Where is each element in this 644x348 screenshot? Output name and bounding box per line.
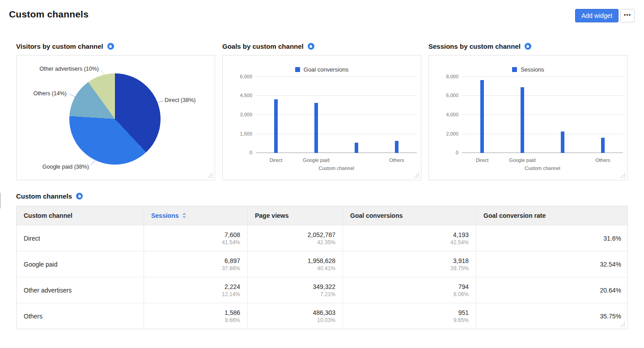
rate-cell: 32.54% — [476, 251, 628, 277]
table-title-text: Custom channels — [16, 192, 72, 200]
analytics-drop-icon[interactable] — [76, 193, 83, 199]
table-row: Google paid 6,89737.66% 1,958,62840.41% … — [17, 251, 627, 277]
goals-ytick: 6,000 — [225, 74, 252, 79]
channel-cell: Others — [17, 303, 144, 329]
legend-swatch-icon — [295, 67, 300, 72]
table-header-row: Custom channel Sessions Page views Goal … — [17, 206, 627, 225]
pie-widget-title-text: Visitors by custom channel — [16, 42, 103, 50]
channel-cell: Other advertisers — [17, 277, 144, 303]
resize-handle-icon[interactable] — [414, 173, 419, 178]
sessions-chart-widget: Sessions 8,000 6,000 4,000 2,000 0 Direc… — [428, 55, 628, 180]
sessions-bars — [462, 76, 623, 153]
bar-others[interactable] — [601, 138, 605, 153]
goals-x-axis-title: Custom channel — [256, 166, 417, 171]
sessions-cell: 6,89737.66% — [144, 251, 247, 277]
bar-direct[interactable] — [274, 99, 278, 153]
rate-cell: 31.6% — [476, 225, 628, 251]
ellipsis-icon: ••• — [624, 12, 631, 18]
column-header-sessions[interactable]: Sessions — [144, 206, 247, 225]
sessions-cell: 1,5868.66% — [144, 303, 247, 329]
sessions-x-axis-title: Custom channel — [462, 166, 623, 171]
analytics-drop-icon[interactable] — [107, 43, 114, 50]
sessions-cell: 7,60841.54% — [144, 225, 247, 251]
pageviews-cell: 1,958,62840.41% — [247, 251, 343, 277]
more-options-button[interactable]: ••• — [620, 9, 635, 22]
goals-widget-title: Goals by custom channel — [222, 42, 314, 50]
drop-glyph — [109, 44, 112, 48]
sessions-x-labels: Direct Google paid Others — [462, 157, 623, 163]
sessions-cell: 2,22412.14% — [144, 277, 247, 303]
goals-legend-label: Goal conversions — [304, 66, 348, 73]
sessions-ytick: 6,000 — [432, 93, 458, 98]
sessions-legend-label: Sessions — [521, 66, 544, 73]
column-header-goal-conversions[interactable]: Goal conversions — [343, 206, 476, 225]
sessions-ytick: 0 — [432, 150, 458, 155]
drop-glyph — [77, 194, 81, 198]
goals-legend[interactable]: Goal conversions — [223, 66, 421, 73]
pie-widget-title: Visitors by custom channel — [16, 42, 114, 50]
drop-glyph — [309, 44, 313, 48]
table-row: Others 1,5868.66% 486,30310.03% 9519.65%… — [17, 303, 627, 329]
conversions-cell: 7948.06% — [343, 277, 476, 303]
conversions-cell: 4,19342.54% — [343, 225, 476, 251]
left-edge-marker — [0, 193, 1, 208]
pageviews-cell: 486,30310.03% — [247, 303, 343, 329]
goals-ytick: 0 — [225, 150, 252, 155]
rate-cell: 20.64% — [476, 277, 628, 303]
column-header-page-views[interactable]: Page views — [247, 206, 343, 225]
bar-direct[interactable] — [480, 80, 484, 153]
dashboard-page: Custom channels Add widget ••• Visitors … — [0, 0, 644, 348]
goals-chart-widget: Goal conversions 6,000 4,500 3,000 1,500… — [222, 55, 421, 180]
goals-bars — [256, 76, 417, 153]
bar-other-advertisers[interactable] — [355, 143, 358, 153]
goals-ytick: 1,500 — [225, 131, 252, 136]
conversions-cell: 3,91839.75% — [343, 251, 476, 277]
goals-widget-title-text: Goals by custom channel — [222, 42, 304, 50]
analytics-drop-icon[interactable] — [308, 43, 314, 50]
pageviews-cell: 2,052,78742.35% — [247, 225, 343, 251]
goals-x-labels: Direct Google paid Others — [256, 157, 417, 163]
sort-icon — [182, 213, 186, 218]
goals-ytick: 3,000 — [225, 112, 252, 117]
bar-google-paid[interactable] — [314, 103, 318, 153]
column-header-custom-channel[interactable]: Custom channel — [17, 206, 144, 225]
analytics-drop-icon[interactable] — [525, 43, 531, 50]
custom-channels-table: Custom channel Sessions Page views Goal … — [16, 206, 628, 329]
resize-handle-icon[interactable] — [208, 173, 213, 178]
sessions-header-label: Sessions — [151, 212, 178, 219]
pageviews-cell: 349,3227.21% — [247, 277, 343, 303]
sessions-ytick: 2,000 — [432, 131, 458, 136]
pie-chart — [69, 73, 161, 165]
goals-ytick: 4,500 — [225, 93, 252, 98]
resize-handle-icon[interactable] — [620, 173, 626, 178]
bar-others[interactable] — [395, 141, 398, 153]
table-row: Direct 7,60841.54% 2,052,78742.35% 4,193… — [17, 225, 627, 251]
pie-label-other-advertisers: Other advertisers (10%) — [39, 66, 99, 72]
channel-cell: Google paid — [17, 251, 144, 277]
bar-other-advertisers[interactable] — [561, 132, 564, 153]
resize-handle-icon[interactable] — [620, 322, 625, 327]
legend-swatch-icon — [512, 67, 517, 72]
sessions-ytick: 8,000 — [432, 74, 458, 79]
conversions-cell: 9519.65% — [343, 303, 476, 329]
pie-label-others: Others (14%) — [34, 90, 67, 97]
page-title: Custom channels — [9, 9, 89, 20]
bar-google-paid[interactable] — [521, 87, 524, 153]
rate-cell: 35.75% — [476, 303, 628, 329]
drop-glyph — [526, 44, 530, 48]
sessions-legend[interactable]: Sessions — [429, 66, 627, 73]
column-header-goal-conversion-rate[interactable]: Goal conversion rate — [476, 206, 628, 225]
sessions-ytick: 4,000 — [432, 112, 458, 117]
table-row: Other advertisers 2,22412.14% 349,3227.2… — [17, 277, 627, 303]
channel-cell: Direct — [17, 225, 144, 251]
add-widget-button[interactable]: Add widget — [575, 9, 619, 22]
sessions-widget-title: Sessions by custom channel — [428, 42, 531, 50]
sessions-widget-title-text: Sessions by custom channel — [428, 42, 521, 50]
pie-chart-widget: Other advertisers (10%) Others (14%) Dir… — [16, 55, 215, 180]
pie-label-google-paid: Google paid (38%) — [42, 164, 89, 170]
pie-label-direct: Direct (38%) — [165, 97, 195, 103]
table-widget-title: Custom channels — [16, 192, 83, 200]
